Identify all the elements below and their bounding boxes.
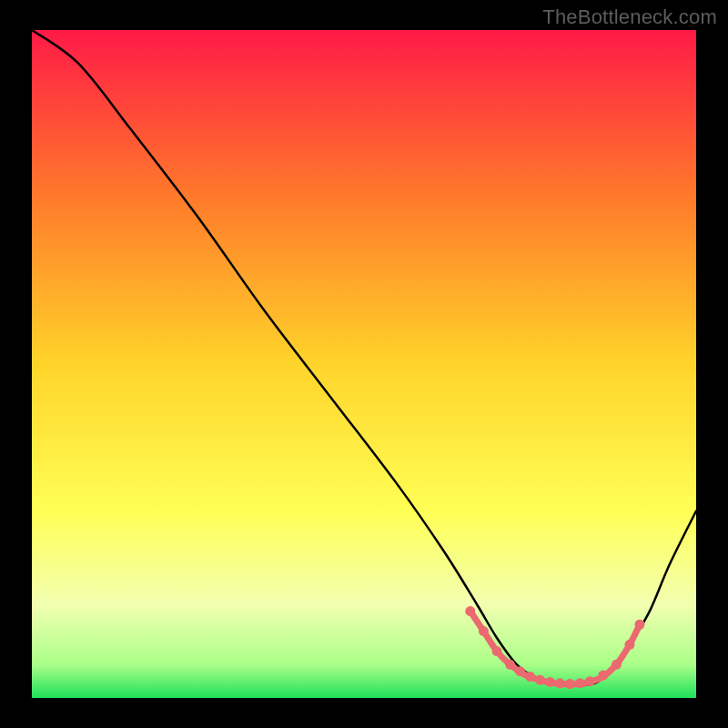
plot-area xyxy=(32,30,696,698)
highlight-dot xyxy=(565,679,575,689)
watermark-label: TheBottleneck.com xyxy=(542,5,717,29)
highlight-dot xyxy=(545,677,555,687)
highlight-dot xyxy=(625,640,635,650)
highlight-dot xyxy=(575,678,585,688)
chart-frame: TheBottleneck.com xyxy=(0,0,728,728)
highlight-dot xyxy=(612,660,622,670)
highlight-dot xyxy=(525,672,535,682)
highlight-dot xyxy=(535,675,545,685)
highlight-dot xyxy=(492,646,502,656)
highlight-dot xyxy=(505,660,515,670)
highlight-dot xyxy=(515,666,525,676)
highlight-dot xyxy=(479,626,489,636)
highlight-dot xyxy=(634,620,644,630)
plot-svg xyxy=(32,30,696,698)
highlight-dot xyxy=(598,671,608,681)
highlight-dot xyxy=(555,678,565,688)
highlight-dot xyxy=(465,606,475,616)
highlight-dot xyxy=(585,676,595,686)
